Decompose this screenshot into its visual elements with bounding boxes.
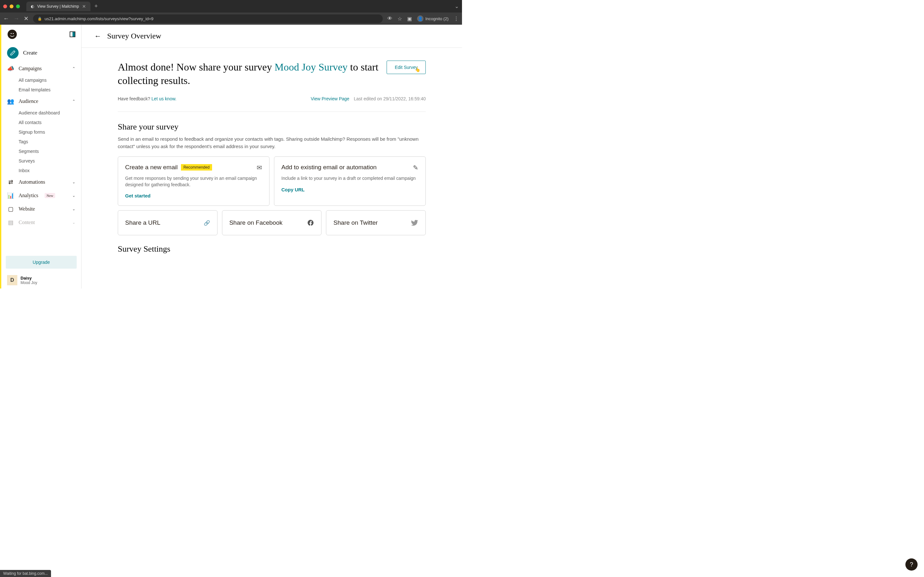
sub-email-templates[interactable]: Email templates [1, 85, 81, 95]
back-arrow-icon[interactable]: ← [94, 32, 102, 40]
tab-title: View Survey | Mailchimp [37, 4, 79, 9]
link-icon: 🔗 [204, 220, 210, 226]
nav-analytics[interactable]: 📊 Analytics New ⌄ [1, 189, 81, 202]
browser-tab-bar: ◐ View Survey | Mailchimp ✕ + ⌄ [0, 0, 462, 13]
chevron-up-icon: ⌃ [72, 66, 75, 71]
url-text: us21.admin.mailchimp.com/lists/surveys/v… [45, 16, 153, 21]
nav-website[interactable]: ▢ Website ⌄ [1, 202, 81, 216]
share-section-title: Share your survey [118, 122, 426, 132]
edit-survey-button[interactable]: Edit Survey [387, 61, 426, 74]
bookmark-star-icon[interactable]: ☆ [397, 16, 402, 22]
content-icon: ▤ [7, 219, 14, 226]
feedback-link[interactable]: Let us know. [152, 96, 176, 101]
envelope-icon: ✉ [257, 164, 262, 171]
chevron-down-icon: ⌄ [72, 220, 75, 225]
survey-name: Mood Joy Survey [275, 61, 348, 73]
panel-icon[interactable]: ▣ [407, 16, 412, 22]
chevron-down-icon: ⌄ [72, 193, 75, 198]
back-button[interactable]: ← [3, 15, 9, 22]
card-desc: Get more responses by sending your surve… [125, 175, 262, 188]
user-name: Daisy [21, 276, 37, 280]
nav-analytics-label: Analytics [19, 193, 38, 198]
svg-point-1 [11, 33, 11, 34]
page-title: Survey Overview [107, 32, 162, 40]
create-button[interactable]: Create [1, 44, 81, 62]
card-title: Share on Twitter [333, 219, 378, 226]
sub-all-contacts[interactable]: All contacts [1, 118, 81, 127]
get-started-link[interactable]: Get started [125, 193, 262, 198]
pencil-icon: ✎ [413, 164, 418, 171]
meta-right: View Preview Page Last edited on 29/11/2… [311, 96, 426, 101]
nav-campaigns[interactable]: 📣 Campaigns ⌃ [1, 62, 81, 75]
sub-audience-dashboard[interactable]: Audience dashboard [1, 108, 81, 118]
incognito-icon: 👤 [417, 15, 423, 22]
card-title: Add to existing email or automation [281, 164, 376, 171]
last-edited-text: Last edited on 29/11/2022, 16:59:40 [354, 96, 426, 101]
nav-audience[interactable]: 👥 Audience ⌃ [1, 95, 81, 108]
sub-all-campaigns[interactable]: All campaigns [1, 75, 81, 85]
bar-chart-icon: 📊 [7, 192, 14, 199]
user-account-row[interactable]: D Daisy Mood Joy [1, 272, 81, 288]
divider [118, 111, 426, 112]
sub-surveys[interactable]: Surveys [1, 156, 81, 166]
share-section-desc: Send in an email to respond to feedback … [118, 135, 426, 150]
nav-automations[interactable]: ⇄ Automations ⌄ [1, 175, 81, 189]
address-bar[interactable]: 🔒 us21.admin.mailchimp.com/lists/surveys… [33, 15, 383, 23]
facebook-icon [307, 219, 314, 226]
nav-audience-label: Audience [19, 98, 38, 104]
mailchimp-logo[interactable] [7, 29, 17, 39]
new-tab-button[interactable]: + [94, 3, 98, 10]
nav-content[interactable]: ▤ Content ⌄ [1, 216, 81, 229]
nav-content-label: Content [19, 219, 35, 226]
feedback-row: Have feedback? Let us know. [118, 96, 176, 101]
tabs-dropdown-icon[interactable]: ⌄ [455, 3, 459, 9]
eye-off-icon[interactable]: 👁 [387, 16, 393, 21]
tab-favicon: ◐ [31, 4, 34, 9]
app-container: Create 📣 Campaigns ⌃ All campaigns Email… [0, 25, 462, 288]
nav-website-label: Website [19, 206, 35, 212]
sub-tags[interactable]: Tags [1, 137, 81, 147]
card-title: Share a URL [125, 219, 160, 226]
browser-tab[interactable]: ◐ View Survey | Mailchimp ✕ [26, 2, 90, 11]
svg-point-2 [13, 33, 14, 34]
maximize-window-button[interactable] [16, 5, 20, 8]
feedback-prompt: Have feedback? [118, 96, 152, 101]
user-org: Mood Joy [21, 280, 37, 285]
card-share-facebook[interactable]: Share on Facebook [222, 210, 322, 235]
sub-signup-forms[interactable]: Signup forms [1, 127, 81, 137]
card-title: Share on Facebook [229, 219, 283, 226]
card-title: Create a new email [125, 164, 178, 171]
sidebar-toggle-icon[interactable] [69, 31, 75, 37]
card-create-email[interactable]: Create a new email Recommended ✉ Get mor… [118, 156, 270, 206]
card-existing-email[interactable]: Add to existing email or automation ✎ In… [274, 156, 426, 206]
sub-inbox[interactable]: Inbox [1, 166, 81, 175]
card-desc: Include a link to your survey in a draft… [281, 175, 418, 182]
window-controls [3, 5, 20, 8]
upgrade-button[interactable]: Upgrade [6, 256, 77, 269]
create-label: Create [23, 50, 37, 56]
incognito-indicator[interactable]: 👤 Incognito (2) [417, 15, 449, 22]
minimize-window-button[interactable] [10, 5, 13, 8]
copy-url-link[interactable]: Copy URL [281, 187, 418, 192]
people-icon: 👥 [7, 98, 14, 105]
lock-icon: 🔒 [37, 17, 42, 21]
card-share-url[interactable]: Share a URL 🔗 [118, 210, 218, 235]
preview-link[interactable]: View Preview Page [311, 96, 349, 101]
forward-button[interactable]: → [13, 15, 19, 22]
nav-automations-label: Automations [19, 179, 45, 185]
sidebar: Create 📣 Campaigns ⌃ All campaigns Email… [1, 25, 81, 288]
nav-campaigns-label: Campaigns [19, 66, 42, 71]
sub-segments[interactable]: Segments [1, 147, 81, 156]
card-share-twitter[interactable]: Share on Twitter [326, 210, 426, 235]
svg-point-0 [8, 30, 17, 39]
close-window-button[interactable] [3, 5, 7, 8]
hero-heading: Almost done! Now share your survey Mood … [118, 61, 380, 87]
main-content: ← Survey Overview Almost done! Now share… [81, 25, 462, 288]
stop-reload-button[interactable]: ✕ [24, 15, 29, 22]
chevron-down-icon: ⌄ [72, 180, 75, 185]
new-badge: New [45, 193, 55, 198]
tab-close-icon[interactable]: ✕ [82, 4, 86, 9]
megaphone-icon: 📣 [7, 65, 14, 72]
settings-section-title: Survey Settings [118, 244, 426, 254]
browser-menu-icon[interactable]: ⋮ [454, 16, 459, 22]
